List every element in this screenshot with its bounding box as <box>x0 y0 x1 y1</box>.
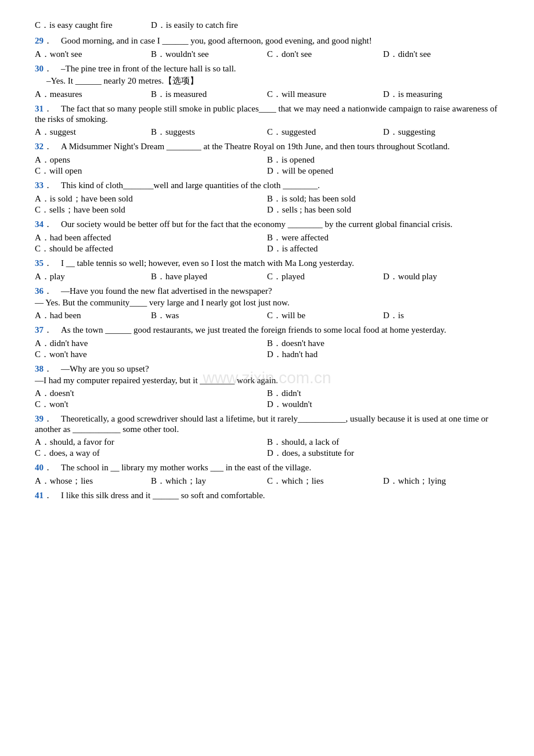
question-text: 29． Good morning, and in case I ______ y… <box>35 35 499 46</box>
question-36: 36． —Have you found the new flat adverti… <box>35 286 499 321</box>
question-text: 35． I __ table tennis so well; however, … <box>35 258 499 269</box>
q39-options: A．should, a favor for B．should, a lack o… <box>35 437 499 459</box>
question-33: 33． This kind of cloth_______well and la… <box>35 180 499 215</box>
option-a: A．suggest <box>35 127 151 138</box>
option-d: D．suggesting <box>383 127 499 138</box>
question-37: 37． As the town ______ good restaurants,… <box>35 325 499 360</box>
q38-options: A．doesn't B．didn't C．won't D．wouldn't <box>35 388 499 410</box>
option-c: C．should be affected <box>35 243 267 254</box>
option-d: D．sells ; has been sold <box>267 204 499 215</box>
option-a: A．doesn't <box>35 388 267 399</box>
cd-line: C．is easy caught fire D．is easily to cat… <box>35 20 499 31</box>
question-40: 40． The school in __ library my mother w… <box>35 462 499 487</box>
q30-options: A．measures B．is measured C．will measure … <box>35 89 499 100</box>
question-29: 29． Good morning, and in case I ______ y… <box>35 35 499 60</box>
option-b: B．were affected <box>267 232 499 243</box>
question-39: 39． Theoretically, a good screwdriver sh… <box>35 413 499 459</box>
option-d: D．didn't see <box>383 49 499 60</box>
option-b: B．doesn't have <box>267 338 499 349</box>
q36-line2: — Yes. But the community____ very large … <box>35 298 499 308</box>
q36-options: A．had been B．was C．will be D．is <box>35 310 499 321</box>
q30-line2: –Yes. It ______ nearly 20 metres.【选项】 <box>46 75 499 87</box>
option-a: A．won't see <box>35 49 151 60</box>
option-c: C．which；lies <box>267 476 383 487</box>
option-a: A．should, a favor for <box>35 437 267 448</box>
option-d: D．is affected <box>267 243 499 254</box>
question-31: 31． The fact that so many people still s… <box>35 103 499 138</box>
option-b: B．is measured <box>151 89 267 100</box>
option-d: D．would play <box>383 271 499 282</box>
option-d: D．which；lying <box>383 476 499 487</box>
option-c: C．won't have <box>35 349 267 360</box>
question-34: 34． Our society would be better off but … <box>35 219 499 254</box>
option-d: D．is easily to catch fire <box>151 20 267 31</box>
question-text: 33． This kind of cloth_______well and la… <box>35 180 499 191</box>
option-b: B．is opened <box>267 154 499 165</box>
question-text: 30． –The pine tree in front of the lectu… <box>35 63 499 74</box>
option-c: C．will be <box>267 310 383 321</box>
option-b: B．was <box>151 310 267 321</box>
option-b: B．is sold; has been sold <box>267 193 499 204</box>
option-b: B．have played <box>151 271 267 282</box>
option-b: B．suggests <box>151 127 267 138</box>
option-c: C．is easy caught fire <box>35 20 151 31</box>
option-b: B．should, a lack of <box>267 437 499 448</box>
q32-options: A．opens B．is opened C．will open D．will b… <box>35 154 499 177</box>
q29-options: A．won't see B．wouldn't see C．don't see D… <box>35 49 499 60</box>
option-c: C．won't <box>35 399 267 410</box>
option-c: C．played <box>267 271 383 282</box>
option-a: A．whose；lies <box>35 476 151 487</box>
option-a: A．didn't have <box>35 338 267 349</box>
q31-options: A．suggest B．suggests C．suggested D．sugge… <box>35 127 499 138</box>
question-text: 37． As the town ______ good restaurants,… <box>35 325 499 336</box>
option-a: A．had been <box>35 310 151 321</box>
option-b: B．wouldn't see <box>151 49 267 60</box>
q38-line2: —I had my computer repaired yesterday, b… <box>35 376 499 386</box>
question-text: 39． Theoretically, a good screwdriver sh… <box>35 413 499 434</box>
q35-options: A．play B．have played C．played D．would pl… <box>35 271 499 282</box>
option-c: C．does, a way of <box>35 448 267 459</box>
option-c: C．don't see <box>267 49 383 60</box>
option-c: C．will measure <box>267 89 383 100</box>
question-text: 34． Our society would be better off but … <box>35 219 499 230</box>
question-41: 41． I like this silk dress and it ______… <box>35 490 499 501</box>
question-30: 30． –The pine tree in front of the lectu… <box>35 63 499 100</box>
option-d: D．is measuring <box>383 89 499 100</box>
question-35: 35． I __ table tennis so well; however, … <box>35 258 499 282</box>
question-32: 32． A Midsummer Night's Dream ________ a… <box>35 141 499 177</box>
option-c: C．suggested <box>267 127 383 138</box>
option-a: A．play <box>35 271 151 282</box>
question-text: 40． The school in __ library my mother w… <box>35 462 499 473</box>
question-text: 36． —Have you found the new flat adverti… <box>35 286 499 297</box>
option-a: A．opens <box>35 154 267 165</box>
option-a: A．had been affected <box>35 232 267 243</box>
q33-options: A．is sold；have been sold B．is sold; has … <box>35 193 499 215</box>
question-38: 38． —Why are you so upset? —I had my com… <box>35 363 499 410</box>
q40-options: A．whose；lies B．which；lay C．which；lies D．… <box>35 476 499 487</box>
option-b: B．didn't <box>267 388 499 399</box>
option-a: A．measures <box>35 89 151 100</box>
question-text: 38． —Why are you so upset? <box>35 363 499 375</box>
option-d: D．hadn't had <box>267 349 499 360</box>
option-d: D．will be opened <box>267 165 499 177</box>
q34-options: A．had been affected B．were affected C．sh… <box>35 232 499 254</box>
q29-text: Good morning, and in case I ______ you, … <box>61 36 372 45</box>
question-text: 31． The fact that so many people still s… <box>35 103 499 124</box>
question-text: 41． I like this silk dress and it ______… <box>35 490 499 501</box>
q37-options: A．didn't have B．doesn't have C．won't hav… <box>35 338 499 360</box>
option-b: B．which；lay <box>151 476 267 487</box>
option-d: D．wouldn't <box>267 399 499 410</box>
option-c: C．will open <box>35 165 267 177</box>
option-d: D．does, a substitute for <box>267 448 499 459</box>
question-text: 32． A Midsummer Night's Dream ________ a… <box>35 141 499 152</box>
option-d: D．is <box>383 310 499 321</box>
option-c: C．sells；have been sold <box>35 204 267 215</box>
option-a: A．is sold；have been sold <box>35 193 267 204</box>
